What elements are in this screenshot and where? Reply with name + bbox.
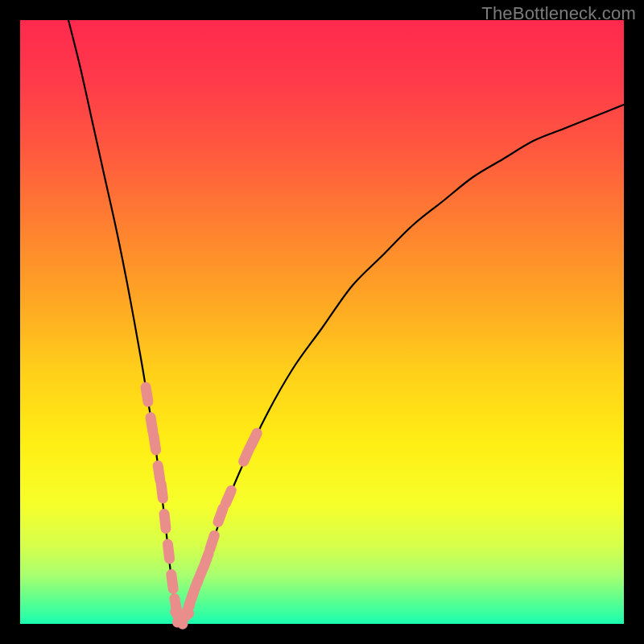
bottleneck-curve-path <box>68 20 624 621</box>
highlight-point <box>171 575 173 589</box>
watermark-label: TheBottleneck.com <box>481 3 636 24</box>
highlight-point <box>204 554 208 568</box>
highlight-point <box>218 509 223 522</box>
highlight-point <box>151 418 153 432</box>
highlight-point <box>146 387 148 402</box>
plot-area <box>20 20 624 624</box>
highlight-point <box>167 544 169 559</box>
highlight-point <box>161 484 163 498</box>
bottleneck-curve-svg <box>20 20 624 624</box>
highlight-point <box>210 535 214 549</box>
highlight-point <box>158 466 160 481</box>
highlight-point <box>225 490 231 504</box>
chart-frame: TheBottleneck.com <box>0 0 644 644</box>
highlight-point <box>250 433 257 446</box>
highlight-point <box>154 436 156 450</box>
highlight-point <box>164 514 166 529</box>
